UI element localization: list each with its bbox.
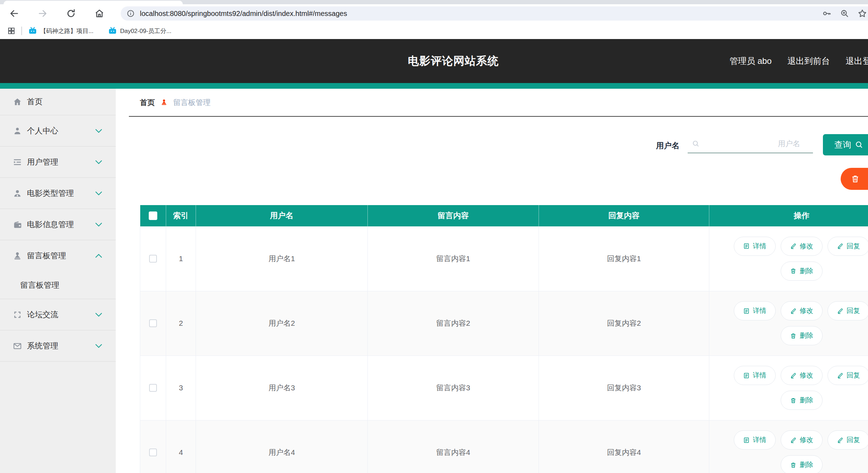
sidebar-item-home[interactable]: 首页: [0, 89, 116, 115]
breadcrumb-divider: [129, 116, 868, 117]
cell-message: 留言内容3: [368, 356, 539, 420]
zoom-in-icon[interactable]: [840, 9, 850, 18]
sidebar-item-label: 电影类型管理: [27, 188, 74, 199]
header-link-exit-to-front[interactable]: 退出到前台: [787, 55, 830, 67]
row-checkbox[interactable]: [149, 319, 157, 327]
page-title: 电影评论网站系统: [408, 54, 499, 68]
cell-username: 用户名3: [196, 356, 368, 420]
query-button[interactable]: 查询: [823, 134, 868, 155]
breadcrumb-home-link[interactable]: 首页: [140, 98, 155, 108]
sidebar-item-message-board-management[interactable]: 留言板管理: [0, 240, 116, 271]
home-icon: [13, 97, 22, 106]
user-icon: [13, 126, 22, 136]
pen-icon: [837, 308, 844, 314]
cell-index: 4: [166, 420, 196, 473]
forward-icon[interactable]: [38, 9, 48, 18]
cell-reply: 回复内容3: [539, 356, 709, 420]
detail-button[interactable]: 详情: [734, 430, 776, 450]
batch-delete-button[interactable]: [841, 168, 868, 190]
breadcrumb: 首页 留言板管理: [116, 89, 211, 116]
search-icon: [855, 141, 863, 149]
pen-icon: [837, 437, 844, 444]
trash-icon: [790, 332, 797, 339]
sidebar-item-label: 个人中心: [27, 126, 58, 136]
document-icon: [743, 437, 750, 444]
bookmark-item[interactable]: 【码神之路】项目...: [28, 27, 93, 35]
sidebar-item-label: 论坛交流: [27, 309, 58, 320]
detail-button[interactable]: 详情: [734, 366, 776, 385]
column-header-actions: 操作: [709, 205, 868, 226]
search-field-label: 用户名: [656, 141, 679, 151]
search-input[interactable]: [700, 135, 813, 153]
url-text[interactable]: localhost:8080/springbootmts92/admin/dis…: [140, 10, 347, 18]
cell-reply: 回复内容4: [539, 420, 709, 473]
apps-grid-icon[interactable]: [7, 27, 16, 35]
row-checkbox[interactable]: [149, 449, 157, 456]
bookmark-item[interactable]: Day02-09-员工分...: [108, 27, 171, 35]
column-header-message: 留言内容: [368, 205, 539, 226]
delete-button[interactable]: 删除: [781, 262, 823, 281]
reply-button[interactable]: 回复: [828, 366, 868, 385]
back-icon[interactable]: [9, 9, 19, 18]
bookmark-label: 【码神之路】项目...: [40, 27, 93, 35]
browser-tab-strip: [0, 0, 868, 4]
delete-button[interactable]: 删除: [781, 391, 823, 410]
sidebar-item-forum-exchange[interactable]: 论坛交流: [0, 299, 116, 330]
sidebar-item-label: 系统管理: [27, 341, 58, 351]
chevron-down-icon: [95, 313, 102, 317]
column-header-reply: 回复内容: [539, 205, 709, 226]
sidebar-item-label: 电影信息管理: [27, 219, 74, 230]
row-checkbox[interactable]: [149, 384, 157, 392]
bookmark-star-icon[interactable]: [857, 9, 867, 18]
row-checkbox[interactable]: [149, 255, 157, 263]
sidebar-item-movie-info-management[interactable]: 电影信息管理: [0, 209, 116, 240]
password-key-icon[interactable]: [822, 9, 832, 18]
cell-message: 留言内容4: [368, 420, 539, 473]
crop-icon: [13, 310, 22, 319]
home-nav-icon[interactable]: [94, 9, 104, 18]
search-input-wrap: [688, 135, 813, 153]
edit-button[interactable]: 修改: [781, 237, 823, 256]
reply-button[interactable]: 回复: [828, 301, 868, 320]
delete-button[interactable]: 删除: [781, 326, 823, 345]
sidebar-item-user-management[interactable]: 用户管理: [0, 147, 116, 178]
list-indent-icon: [13, 158, 22, 167]
cell-message: 留言内容2: [368, 291, 539, 356]
url-bar[interactable]: localhost:8080/springbootmts92/admin/dis…: [121, 6, 868, 21]
wallet-icon: [13, 220, 22, 229]
query-button-label: 查询: [834, 139, 851, 150]
browser-active-tab[interactable]: [4, 1, 183, 4]
pen-icon: [837, 243, 844, 249]
chevron-down-icon: [95, 344, 102, 348]
reply-button[interactable]: 回复: [828, 430, 868, 450]
sidebar-subitem-message-board-management[interactable]: 留言板管理: [0, 271, 116, 299]
document-icon: [743, 308, 750, 314]
cell-username: 用户名1: [196, 226, 368, 291]
teal-accent-strip: [0, 83, 868, 89]
sidebar-item-system-management[interactable]: 系统管理: [0, 330, 116, 362]
trash-icon: [790, 462, 797, 468]
pen-icon: [790, 308, 797, 314]
header-link-admin[interactable]: 管理员 abo: [730, 55, 772, 67]
sidebar: 首页 个人中心 用户管理 电影类型管理 电影信息管理: [0, 89, 116, 473]
cell-username: 用户名2: [196, 291, 368, 356]
header-link-logout[interactable]: 退出登录: [846, 55, 868, 67]
reply-button[interactable]: 回复: [828, 237, 868, 256]
detail-button[interactable]: 详情: [734, 301, 776, 320]
edit-button[interactable]: 修改: [781, 301, 823, 320]
sidebar-item-personal-center[interactable]: 个人中心: [0, 115, 116, 147]
edit-button[interactable]: 修改: [781, 366, 823, 385]
sidebar-item-movie-type-management[interactable]: 电影类型管理: [0, 178, 116, 209]
app-header: 电影评论网站系统 管理员 abo 退出到前台 退出登录: [0, 39, 868, 83]
detail-button[interactable]: 详情: [734, 237, 776, 256]
bilibili-tv-icon: [28, 27, 37, 35]
chevron-up-icon: [95, 254, 102, 258]
site-info-icon[interactable]: [126, 9, 135, 18]
select-all-checkbox[interactable]: [149, 211, 157, 220]
reload-icon[interactable]: [66, 9, 76, 18]
delete-button[interactable]: 删除: [781, 455, 823, 473]
stamp-icon: [160, 99, 168, 106]
table-row: 4 用户名4 留言内容4 回复内容4 详情 修改 回复 删除: [140, 420, 868, 473]
column-header-index: 索引: [166, 205, 196, 226]
edit-button[interactable]: 修改: [781, 430, 823, 450]
